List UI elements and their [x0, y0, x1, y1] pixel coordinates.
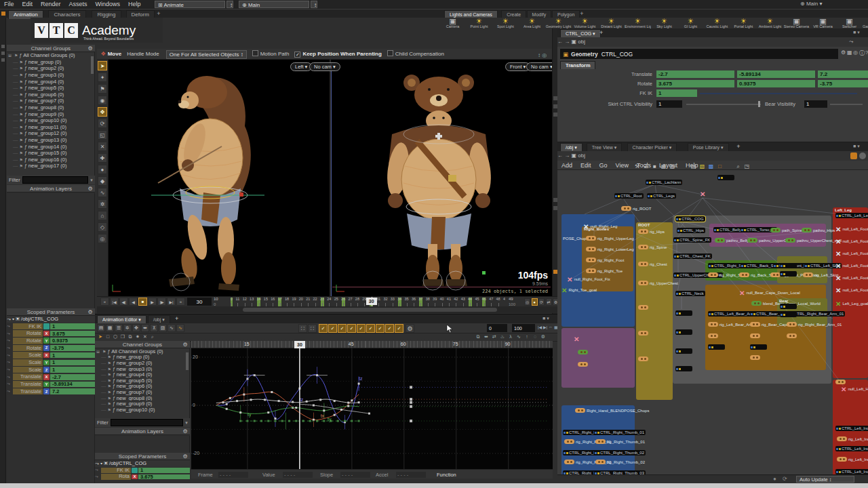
ae-scoped-parameters-value[interactable]: 1 [138, 468, 190, 473]
gear-icon[interactable]: ⚙ [182, 341, 189, 348]
box-icon[interactable]: ▨ [159, 324, 167, 332]
bake-icon[interactable]: ♨ [499, 334, 506, 341]
scope-pin-icon[interactable]: ⤳ [7, 389, 13, 394]
node-null_Right_Leg[interactable]: ✕null_Right_Leg [583, 224, 617, 230]
snapshot-icon[interactable] [850, 152, 857, 159]
ghost-icon[interactable]: ◌ [532, 334, 538, 341]
node-rig_Right_UpperLeg[interactable]: rig_Right_UpperLeg [586, 236, 596, 241]
ae-channel-groups-filter-menu-button[interactable]: ▾ [183, 420, 190, 426]
node-pathru_Hips[interactable]: pathru_Hips [802, 228, 812, 232]
animate-desktop-select[interactable]: ⊞ Animate [155, 1, 225, 8]
key-channel-toggle[interactable]: ✓ [319, 324, 328, 333]
node-unnamed[interactable] [780, 304, 797, 309]
key-tool-icon[interactable]: ● [98, 165, 107, 174]
footer-value-value[interactable]: - - - - [283, 472, 313, 478]
ae-channel-groups-item[interactable]: —⚑ƒnew_group2 (0) [95, 360, 189, 366]
play-reverse-button[interactable]: ◀ [129, 298, 138, 306]
node-rig_UpperChest[interactable]: rig_UpperChest [638, 281, 648, 285]
channel-groups-panel-filter-input[interactable] [22, 176, 88, 184]
node-null-node[interactable]: ✕ [574, 336, 579, 342]
scoped-parameters-panel-value[interactable]: 1 [50, 360, 95, 366]
network-menu-go[interactable]: Go [595, 161, 612, 170]
handle-tool-icon[interactable]: ⚑ [98, 84, 107, 94]
main-spinner[interactable]: ↕ [311, 1, 317, 8]
node-rig_Left_Index_01[interactable]: rig_Left_Index_01 [837, 436, 847, 441]
param-translate-field[interactable]: -5.89134 [737, 70, 815, 78]
shelf-tool-gamepad-camera[interactable]: ▣Gamepad Camera [863, 18, 868, 29]
smooth-icon[interactable]: ∿ [515, 334, 522, 341]
move-keys-icon[interactable]: ✥ [132, 324, 140, 332]
channel-groups-panel-item[interactable]: —⚑ƒnew_group12 (0) [7, 130, 94, 137]
fit-icon[interactable]: ↔ [549, 325, 553, 332]
menu-assets[interactable]: Assets [65, 0, 92, 9]
node-null_Left_Foot_Out[interactable]: ✕null_Left_Foot_Out [835, 251, 868, 257]
scope-pin-icon[interactable]: ⤳ [7, 360, 13, 365]
scope-pin-icon[interactable]: ⤳ [7, 367, 13, 372]
network-box[interactable] [561, 328, 635, 388]
node-CTRL_Left_Index_01[interactable]: CTRL_Left_Index_01 [835, 426, 868, 431]
node-CTRL_Left_Index_02[interactable]: CTRL_Left_Index_02 [835, 446, 868, 451]
scope-pin-icon[interactable]: ⤳ [7, 324, 13, 329]
list-icon[interactable]: ☰ [642, 162, 650, 169]
node-name-field[interactable]: CTRL_COG [601, 51, 633, 58]
ae-channel-groups-item[interactable]: —⚑ƒnew_group4 (0) [95, 371, 189, 378]
network-box[interactable] [777, 256, 827, 283]
node-rig_Left_Bear_Arm_01[interactable]: rig_Left_Bear_Arm_01 [708, 322, 718, 327]
node-CTRL_Spine_FK[interactable]: CTRL_Spine_FK [673, 237, 711, 243]
refresh-icon[interactable]: ⟳ [783, 476, 789, 483]
channel-groups-panel-item[interactable]: —⚑ƒnew_group5 (0) [7, 85, 94, 92]
character-tool-icon[interactable]: ✚ [98, 153, 107, 163]
channel-groups-panel-filter-menu-button[interactable]: ▾ [88, 178, 95, 183]
node-rig_Right_Pinky_01[interactable]: rig_Right_Pinky_01 [564, 439, 574, 444]
stack-icon[interactable]: ✲ [123, 324, 132, 332]
menu-help[interactable]: Help [124, 0, 145, 9]
node-rig_Right_Thumb_02[interactable]: rig_Right_Thumb_02 [595, 460, 606, 464]
menu-edit[interactable]: Edit [18, 0, 37, 9]
message-icon[interactable]: ● [773, 476, 780, 483]
query-icon[interactable]: ⌕ [149, 334, 156, 341]
footer-accel-value[interactable]: - - - - [396, 472, 426, 478]
shelf-tool-distant-light[interactable]: ☀Distant Light [598, 18, 625, 29]
node-rig-joint[interactable] [787, 333, 797, 338]
node-pathru_Belly[interactable]: pathru_Belly [715, 238, 725, 243]
ae-scoped-parameters-value[interactable]: 3.675 [138, 474, 190, 480]
ae-channel-groups-item[interactable]: —⚑ƒnew_group7 (0) [95, 389, 189, 395]
find-icon[interactable]: ⌕ [734, 162, 742, 169]
param-translate-field[interactable]: 7.2 [818, 70, 868, 78]
node-rig_Right_Thumb_01[interactable]: rig_Right_Thumb_01 [595, 439, 606, 444]
wave-icon[interactable]: ∿ [176, 324, 184, 332]
scale-keys-icon[interactable]: ⬌ [141, 324, 149, 332]
channel-groups-panel-item[interactable]: —⚑ƒnew_group3 (0) [7, 72, 94, 79]
node-null_Left_Foot_Front[interactable]: ✕null_Left_Foot_Front [835, 226, 868, 232]
scope-pin-icon[interactable]: ⤳ [7, 353, 13, 358]
ae-pane-menu[interactable]: ■ ▾ [542, 316, 556, 323]
channel-groups-panel-item[interactable]: —⚑ƒnew_group11 (0) [7, 124, 94, 131]
key-channel-toggle[interactable]: ✓ [357, 324, 366, 333]
edge-icon[interactable] [1, 45, 5, 48]
node-Right_Hand_BLENDPOSE_Chops[interactable]: Right_Hand_BLENDPOSE_Chops [575, 408, 585, 413]
channel-groups-panel-item[interactable]: —⚑ƒnew_group9 (0) [7, 110, 94, 117]
shelf-tab-add[interactable]: + [580, 10, 583, 17]
param-skirt-slider-handle[interactable] [758, 101, 760, 107]
scoped-parameters-panel-value[interactable]: 0.9375 [50, 338, 95, 344]
channel-groups-panel-scrollbar[interactable] [91, 56, 94, 74]
network-tab-add[interactable]: + [736, 143, 740, 150]
timeline-ticks[interactable]: 1011121314151617181920212223242526272829… [231, 297, 505, 307]
param-rotate-field[interactable]: 3.675 [656, 80, 734, 87]
node-rig-joint[interactable] [638, 357, 648, 361]
solid-icon[interactable]: ■ [651, 162, 658, 169]
cols-icon[interactable]: ▥ [669, 162, 676, 169]
node-CTRL_Left_Leg[interactable]: CTRL_Left_Leg [835, 213, 868, 218]
param-bear-field[interactable]: 1 [804, 100, 827, 108]
node-unnamed[interactable] [780, 271, 797, 277]
scope-pin-icon[interactable]: ⤳ [95, 474, 101, 479]
network-menu-add[interactable]: Add [557, 161, 576, 170]
key-channel-toggle[interactable]: ✓ [338, 324, 347, 333]
channel-groups-panel-item[interactable]: —⚑ƒnew_group14 (0) [7, 143, 94, 150]
next-frame-button[interactable]: |▶ [157, 298, 166, 306]
euler-icon[interactable]: λ [507, 334, 514, 341]
jump-start-icon[interactable]: |◀ [538, 325, 542, 332]
scope-pin-icon[interactable]: ⤳ [7, 331, 13, 336]
node-CTRL_Lachlann[interactable]: CTRL_Lachlann [646, 180, 682, 185]
node-unnamed[interactable] [717, 175, 734, 180]
